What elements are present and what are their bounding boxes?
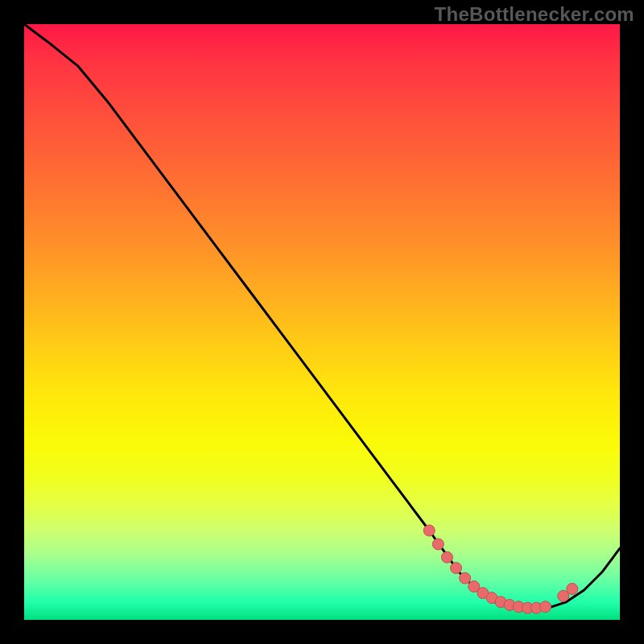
marker-dot — [451, 563, 462, 574]
plot-area — [24, 24, 620, 620]
curve — [24, 24, 620, 608]
marker-dot — [540, 601, 551, 613]
marker-dot — [423, 525, 435, 536]
marker-dot — [441, 551, 452, 563]
watermark-text: TheBottlenecker.com — [435, 3, 634, 26]
chart-frame: TheBottlenecker.com — [0, 0, 644, 644]
chart-svg — [24, 24, 620, 620]
marker-dot — [567, 584, 578, 595]
marker-dot — [460, 572, 471, 584]
marker-dot — [432, 539, 444, 550]
